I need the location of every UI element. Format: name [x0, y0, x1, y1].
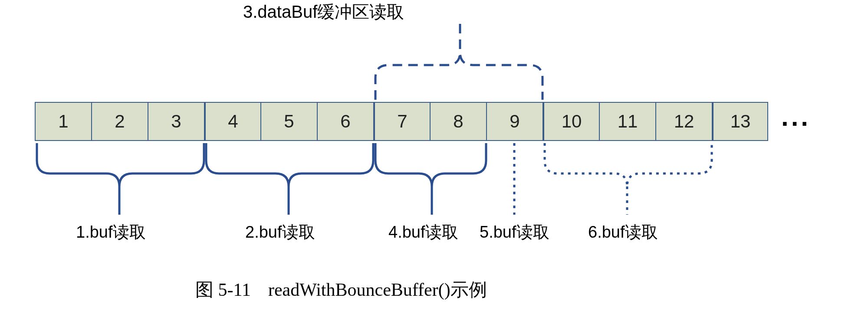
label-2: 2.buf读取 — [245, 221, 315, 243]
brace-1 — [37, 143, 204, 186]
cell: 6 — [317, 102, 373, 141]
cell: 2 — [91, 102, 148, 141]
top-dashed-brace — [375, 52, 542, 100]
label-1: 1.buf读取 — [76, 221, 146, 243]
cell: 12 — [655, 102, 712, 141]
cells-row: 1 2 3 4 5 6 7 8 9 10 11 12 13 — [35, 102, 768, 141]
label-5: 5.buf读取 — [480, 221, 549, 243]
cell: 9 — [486, 102, 542, 141]
cell: 4 — [204, 102, 260, 141]
cell: 1 — [35, 102, 91, 141]
top-annotation-label: 3.dataBuf缓冲区读取 — [243, 0, 404, 24]
cell: 3 — [148, 102, 204, 141]
figure-caption: 图 5-11readWithBounceBuffer()示例 — [195, 278, 487, 302]
cell: 7 — [373, 102, 430, 141]
caption-text: readWithBounceBuffer()示例 — [268, 280, 487, 300]
cell: 13 — [712, 102, 768, 141]
brace-6 — [545, 143, 712, 186]
label-4: 4.buf读取 — [388, 221, 458, 243]
cell: 11 — [599, 102, 655, 141]
label-6: 6.buf读取 — [588, 221, 658, 243]
brace-4 — [375, 143, 486, 186]
brace-2 — [206, 143, 373, 186]
cell: 8 — [430, 102, 486, 141]
ellipsis-icon: ··· — [781, 108, 811, 138]
caption-prefix: 图 5-11 — [195, 280, 251, 300]
cell: 10 — [542, 102, 599, 141]
connectors-svg — [35, 0, 833, 314]
cell: 5 — [260, 102, 317, 141]
buffer-diagram: 3.dataBuf缓冲区读取 1 2 3 4 5 6 7 8 9 10 11 1… — [35, 0, 833, 314]
